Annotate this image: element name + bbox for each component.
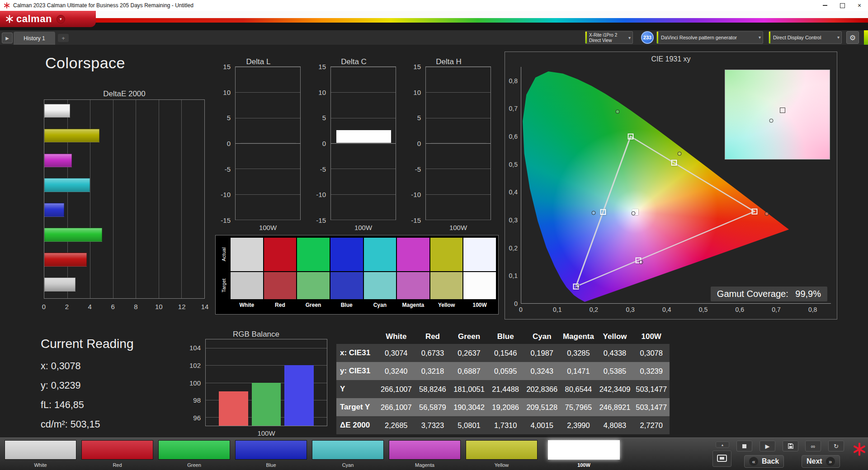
- axis-tick-label: 0: [227, 140, 231, 147]
- display-status-stripe: [769, 32, 770, 43]
- gridline: [236, 143, 300, 144]
- display-icon: [717, 454, 727, 463]
- table-cell: 0,3239: [633, 362, 670, 380]
- inset-measured-marker: [769, 119, 773, 123]
- pattern-button-white[interactable]: White: [5, 440, 76, 468]
- table-cell: 56,5879: [415, 398, 451, 416]
- meter-name: X-Rite i1Pro 2: [589, 33, 626, 38]
- axis-tick-label: 6: [111, 303, 114, 310]
- meter-text: X-Rite i1Pro 2 Direct View: [585, 32, 632, 43]
- table-cell: 0,4338: [597, 344, 633, 362]
- stop-button[interactable]: [736, 441, 752, 451]
- comparison-column-label: Red: [264, 300, 297, 310]
- pattern-button-blue[interactable]: Blue: [235, 440, 307, 468]
- scroll-up-button[interactable]: ▲: [716, 442, 729, 448]
- gridline: [331, 169, 396, 169]
- display-control-dropdown[interactable]: Direct Display Control ▾: [769, 31, 842, 44]
- column-header: 100W: [633, 329, 670, 344]
- rgb-balance-plot: [205, 339, 327, 426]
- pattern-generator-dropdown[interactable]: DaVinci Resolve pattern generator ▾: [656, 31, 763, 44]
- comparison-column-label: Cyan: [364, 300, 396, 310]
- rgb-balance-chart: RGB Balance 1041021009896 100W: [185, 330, 327, 441]
- back-button[interactable]: « Back: [744, 455, 784, 468]
- table-cell: 2,7270: [633, 416, 670, 434]
- tab-history-1[interactable]: History 1: [14, 32, 55, 45]
- maximize-button[interactable]: [834, 0, 851, 11]
- axis-tick-label: 10: [318, 88, 326, 96]
- table-cell: 0,3240: [378, 362, 415, 380]
- add-tab-button[interactable]: +: [58, 34, 69, 42]
- next-button[interactable]: Next »: [802, 455, 840, 468]
- table-cell: 4,0015: [524, 416, 561, 434]
- pattern-swatch: [548, 440, 620, 460]
- minimize-button[interactable]: [816, 0, 834, 11]
- column-header: Cyan: [524, 329, 561, 344]
- gridline: [331, 194, 396, 195]
- link-button[interactable]: ∞: [805, 441, 821, 451]
- gridline: [426, 169, 491, 169]
- pattern-button-magenta[interactable]: Magenta: [389, 440, 461, 468]
- pattern-generator-label: DaVinci Resolve pattern generator: [657, 32, 763, 43]
- refresh-button[interactable]: ↻: [828, 441, 844, 451]
- table-cell: 19,2086: [487, 398, 524, 416]
- bottom-bar: WhiteRedGreenBlueCyanMagentaYellow100W ▲…: [0, 437, 868, 470]
- axis-tick-label: 0,1: [553, 306, 561, 313]
- pattern-button-100w[interactable]: 100W: [548, 440, 620, 468]
- delta-e-bar: [44, 154, 72, 168]
- measured-marker: [764, 212, 769, 216]
- close-button[interactable]: ×: [851, 0, 868, 11]
- comparison-actual-swatch: [463, 238, 496, 271]
- pattern-swatch: [5, 440, 76, 460]
- play-icon: ▶: [765, 443, 770, 450]
- table-cell: 266,1007: [378, 398, 415, 416]
- table-corner: [336, 329, 378, 344]
- comparison-column-label: Magenta: [397, 300, 429, 310]
- delta-h-chart: Delta H 151050-5-10-15 100W: [406, 57, 491, 244]
- edge-accent-strip: [864, 30, 868, 45]
- main-menu-button[interactable]: ▾: [57, 15, 65, 24]
- meter-dropdown[interactable]: X-Rite i1Pro 2 Direct View ▾: [585, 31, 633, 44]
- measured-marker: [631, 211, 635, 215]
- gridline: [426, 220, 491, 220]
- pattern-button-green[interactable]: Green: [158, 440, 230, 468]
- settings-button[interactable]: ⚙: [846, 31, 859, 44]
- table-cell: 0,6887: [451, 362, 487, 380]
- axis-tick-label: 0,8: [808, 306, 817, 313]
- pattern-button-cyan[interactable]: Cyan: [312, 440, 384, 468]
- pattern-button-red[interactable]: Red: [81, 440, 153, 468]
- chevron-down-icon: ▾: [628, 35, 631, 40]
- measured-marker: [592, 211, 596, 215]
- cie-yticks: 00,10,20,30,40,50,60,70,8: [506, 67, 519, 304]
- table-cell: 5,0801: [451, 416, 487, 434]
- table-cell: 190,3042: [451, 398, 487, 416]
- delta-l-yticks: 151050-5-10-15: [216, 66, 233, 220]
- play-button[interactable]: ▶: [760, 441, 775, 451]
- row-header: x: CIE31: [336, 344, 378, 362]
- axis-tick-label: 0,3: [509, 216, 518, 224]
- pattern-label: Cyan: [312, 462, 384, 468]
- reading-y: y: 0,3239: [41, 376, 100, 395]
- save-button[interactable]: [783, 441, 798, 451]
- gridline: [136, 100, 136, 298]
- table-cell: 181,0051: [451, 380, 487, 398]
- plus-icon: +: [61, 35, 65, 42]
- gamut-coverage-value: 99,9%: [795, 289, 821, 299]
- pattern-window-button[interactable]: [712, 451, 731, 467]
- axis-tick-label: -5: [225, 165, 231, 173]
- calman-logo[interactable]: calman ▾: [0, 11, 96, 27]
- comparison-target-swatch: [330, 272, 363, 299]
- table-cell: 0,3074: [378, 344, 415, 362]
- next-chevrons-icon: »: [826, 457, 835, 466]
- gridline: [426, 92, 491, 93]
- pattern-swatch: [466, 440, 538, 460]
- stop-icon: [742, 444, 746, 448]
- infinity-icon: ∞: [811, 443, 815, 450]
- delta-h-yticks: 151050-5-10-15: [406, 66, 424, 220]
- pattern-button-yellow[interactable]: Yellow: [466, 440, 538, 468]
- table-row: ΔE 20002,26853,73235,08011,73104,00152,3…: [336, 416, 670, 434]
- column-header: Blue: [487, 329, 524, 344]
- history-pane-toggle[interactable]: ▶: [2, 33, 13, 43]
- chart-title: RGB Balance: [185, 330, 327, 339]
- bar: [336, 130, 391, 143]
- pattern-swatch: [158, 440, 230, 460]
